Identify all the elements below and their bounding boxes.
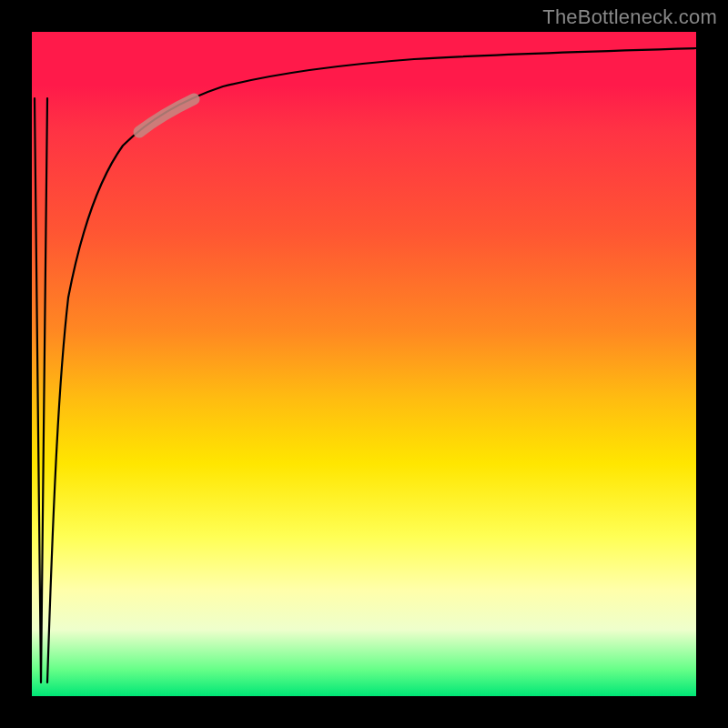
chart-container: TheBottleneck.com <box>0 0 728 728</box>
watermark-text: TheBottleneck.com <box>542 5 717 29</box>
plot-area-gradient <box>32 32 696 696</box>
